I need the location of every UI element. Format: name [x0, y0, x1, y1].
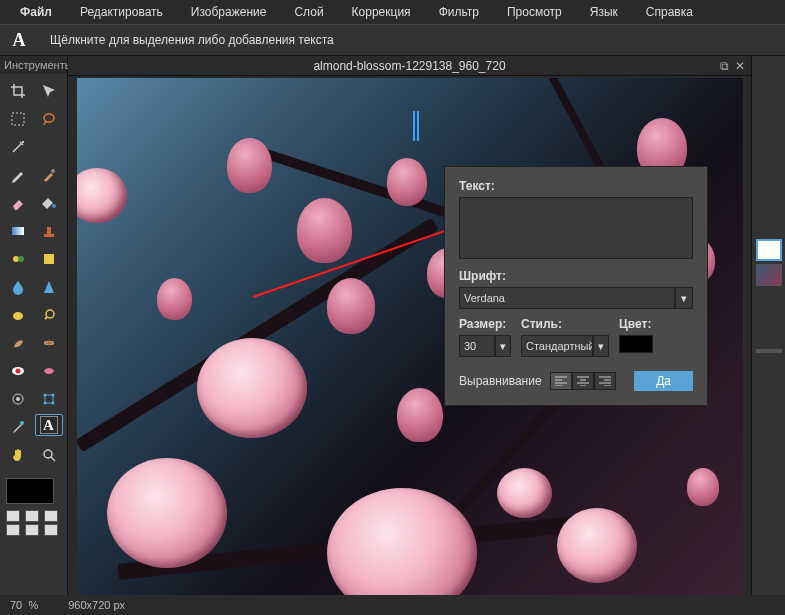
distort-tool[interactable]	[35, 358, 63, 384]
svg-point-22	[51, 402, 54, 405]
tab-close-icon[interactable]: ✕	[735, 59, 745, 73]
svg-point-11	[13, 312, 23, 320]
font-label: Шрифт:	[459, 269, 693, 283]
menu-help[interactable]: Справка	[632, 1, 707, 23]
palette-grid[interactable]	[6, 510, 61, 536]
svg-point-21	[43, 402, 46, 405]
size-select[interactable]: 30	[459, 335, 495, 357]
text-input[interactable]	[459, 197, 693, 259]
svg-point-4	[52, 204, 56, 208]
document-tab-bar: almond-blossom-1229138_960_720 ⧉ ✕	[68, 56, 751, 76]
svg-point-20	[51, 394, 54, 397]
style-select[interactable]: Стандартный	[521, 335, 593, 357]
replace-color-tool[interactable]	[4, 246, 32, 272]
align-label: Выравнивание	[459, 374, 542, 388]
tools-title: Инструменты	[0, 56, 67, 74]
pencil-tool[interactable]	[4, 162, 32, 188]
svg-rect-7	[47, 227, 51, 234]
svg-point-23	[20, 421, 24, 425]
zoom-unit: %	[28, 599, 38, 611]
clone-tool[interactable]	[4, 386, 32, 412]
text-label: Текст:	[459, 179, 693, 193]
tool-hint: Щёлкните для выделения либо добавления т…	[50, 33, 334, 47]
active-tool-icon: A	[8, 29, 30, 51]
crop-tool[interactable]	[4, 78, 32, 104]
zoom-tool[interactable]	[35, 442, 63, 468]
eraser-tool[interactable]	[4, 190, 32, 216]
menu-file[interactable]: Файл	[6, 1, 66, 23]
text-tool-dialog: Текст: Шрифт: Verdana▾ Размер: 30▾ Стиль…	[444, 166, 708, 406]
align-left-button[interactable]	[550, 372, 572, 390]
size-label: Размер:	[459, 317, 511, 331]
hand-tool[interactable]	[4, 442, 32, 468]
blur-tool[interactable]	[4, 274, 32, 300]
sponge-tool[interactable]	[4, 302, 32, 328]
document-tab-title[interactable]: almond-blossom-1229138_960_720	[313, 59, 505, 73]
font-dropdown-icon[interactable]: ▾	[675, 287, 693, 309]
align-center-button[interactable]	[572, 372, 594, 390]
redeye-tool[interactable]	[4, 358, 32, 384]
svg-point-17	[16, 397, 20, 401]
menu-edit[interactable]: Редактировать	[66, 1, 177, 23]
menu-correction[interactable]: Коррекция	[338, 1, 425, 23]
color-picker[interactable]	[619, 335, 653, 353]
svg-rect-6	[44, 234, 54, 237]
dodge-tool[interactable]	[35, 302, 63, 328]
color-label: Цвет:	[619, 317, 653, 331]
shape-tool[interactable]	[35, 246, 63, 272]
status-bar: 70 % 960x720 px	[0, 595, 785, 615]
panel-divider	[756, 349, 782, 353]
sharpen-tool[interactable]	[35, 274, 63, 300]
text-tool[interactable]: A	[35, 414, 63, 436]
menu-layer[interactable]: Слой	[280, 1, 337, 23]
svg-point-15	[16, 369, 21, 374]
foreground-swatch[interactable]	[6, 478, 54, 504]
layer-thumb-2[interactable]	[756, 264, 782, 286]
menu-bar: Файл Редактировать Изображение Слой Корр…	[0, 0, 785, 24]
menu-filter[interactable]: Фильтр	[425, 1, 493, 23]
svg-point-9	[18, 256, 24, 262]
transform-tool[interactable]	[35, 386, 63, 412]
svg-point-12	[46, 310, 54, 318]
smudge-tool[interactable]	[4, 330, 32, 356]
svg-point-2	[22, 141, 24, 143]
tools-panel: Инструменты A	[0, 56, 68, 595]
ok-button[interactable]: Да	[634, 371, 693, 391]
wand-tool[interactable]	[4, 134, 32, 160]
brush-tool[interactable]	[35, 162, 63, 188]
svg-rect-5	[12, 227, 24, 235]
stamp-tool[interactable]	[35, 218, 63, 244]
menu-view[interactable]: Просмотр	[493, 1, 576, 23]
zoom-value[interactable]: 70	[10, 599, 22, 611]
marquee-tool[interactable]	[4, 106, 32, 132]
eyedropper-tool[interactable]	[4, 414, 32, 440]
bucket-tool[interactable]	[35, 190, 63, 216]
layers-panel	[751, 56, 785, 595]
svg-point-19	[43, 394, 46, 397]
menu-language[interactable]: Язык	[576, 1, 632, 23]
move-tool[interactable]	[35, 78, 63, 104]
svg-point-24	[44, 450, 52, 458]
style-label: Стиль:	[521, 317, 609, 331]
canvas-area[interactable]: Текст: Шрифт: Verdana▾ Размер: 30▾ Стиль…	[68, 76, 751, 595]
image-dims: 960x720 px	[68, 599, 125, 611]
menu-image[interactable]: Изображение	[177, 1, 281, 23]
svg-rect-10	[44, 254, 54, 264]
text-cursor	[413, 111, 415, 141]
layer-thumb-1[interactable]	[756, 239, 782, 261]
gradient-tool[interactable]	[4, 218, 32, 244]
tab-popout-icon[interactable]: ⧉	[720, 59, 729, 73]
size-dropdown-icon[interactable]: ▾	[495, 335, 511, 357]
svg-point-3	[51, 169, 55, 173]
empty-slot-1	[35, 134, 63, 160]
lasso-tool[interactable]	[35, 106, 63, 132]
align-right-button[interactable]	[594, 372, 616, 390]
heal-tool[interactable]	[35, 330, 63, 356]
style-dropdown-icon[interactable]: ▾	[593, 335, 609, 357]
svg-rect-0	[12, 113, 24, 125]
tool-options-bar: A Щёлкните для выделения либо добавления…	[0, 24, 785, 56]
svg-rect-18	[45, 395, 53, 403]
font-select[interactable]: Verdana	[459, 287, 675, 309]
